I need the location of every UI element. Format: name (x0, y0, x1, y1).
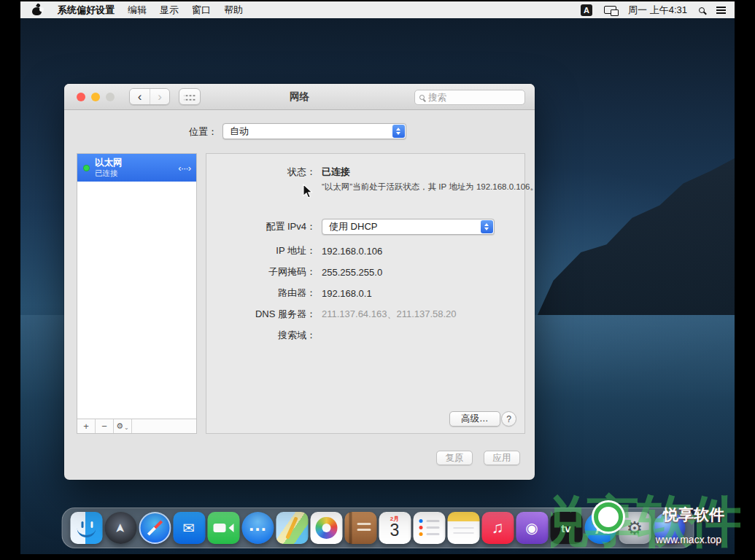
detail-panel: 状态： 已连接 “以太网”当前处于活跃状态，其 IP 地址为 192.168.0… (206, 153, 525, 434)
service-action-button[interactable]: ⚙ ⌄ (114, 419, 132, 433)
stepper-icon (392, 125, 405, 138)
music-glyph: ♫ (492, 520, 504, 536)
calendar-day: 3 (379, 521, 411, 540)
show-all-button[interactable] (179, 88, 201, 105)
dock-appstore-icon[interactable]: A (584, 512, 616, 544)
ip-address-row: IP 地址： 192.168.0.106 (206, 243, 524, 259)
spotlight-search-icon[interactable] (699, 7, 705, 13)
dns-label: DNS 服务器： (206, 308, 316, 321)
menu-item-edit[interactable]: 编辑 (128, 4, 147, 17)
router-label: 路由器： (206, 287, 316, 300)
dock-photos-icon[interactable] (310, 512, 342, 544)
location-dropdown[interactable]: 自动 (222, 123, 406, 139)
service-status: 已连接 (95, 168, 123, 178)
dock-prefs-icon[interactable]: ⚙ (619, 512, 651, 544)
close-button[interactable] (77, 93, 85, 101)
menu-item-system-preferences[interactable]: 系统偏好设置 (58, 4, 115, 17)
location-label: 位置： (152, 125, 217, 139)
minimize-button[interactable] (91, 93, 100, 101)
ip-address-label: IP 地址： (206, 244, 316, 257)
frame-right (735, 0, 755, 560)
chevron-down-icon: ⌄ (124, 424, 129, 431)
add-service-button[interactable]: + (77, 419, 96, 433)
help-button[interactable]: ? (501, 411, 516, 427)
dock-facetime-icon[interactable] (207, 512, 239, 544)
gear-icon: ⚙ (116, 421, 123, 431)
ipv4-config-value: 使用 DHCP (329, 220, 377, 233)
subnet-mask-label: 子网掩码： (206, 265, 316, 279)
podcasts-glyph: ◉ (525, 521, 538, 535)
search-domain-row: 搜索域： (206, 327, 524, 343)
search-domain-label: 搜索域： (206, 329, 316, 342)
dock-mail-icon[interactable]: ✉ (173, 512, 205, 544)
menu-item-help[interactable]: 帮助 (224, 4, 243, 17)
dock-siri-icon[interactable] (653, 512, 685, 544)
search-icon (419, 95, 425, 100)
status-description: “以太网”当前处于活跃状态，其 IP 地址为 192.168.0.106。 (322, 181, 541, 192)
dock-calendar-icon[interactable]: 2月3 (379, 512, 411, 544)
dock-notes-icon[interactable] (447, 512, 479, 544)
prefs-glyph: ⚙ (627, 519, 643, 537)
appstore-glyph: A (595, 521, 605, 536)
menu-item-view[interactable]: 显示 (160, 4, 179, 17)
back-button[interactable]: ‹ (130, 89, 150, 104)
tv-glyph: tv (561, 523, 570, 534)
dock-reminders-icon[interactable] (413, 512, 445, 544)
location-value: 自动 (230, 125, 249, 138)
window-titlebar[interactable]: ‹ › (64, 84, 535, 110)
ipv4-config-dropdown[interactable]: 使用 DHCP (322, 219, 495, 235)
wallpaper-island (538, 158, 735, 315)
dns-row: DNS 服务器： 211.137.64.163、211.137.58.20 (206, 306, 524, 322)
menu-clock[interactable]: 周一 上午4:31 (628, 4, 687, 17)
toolbar-search-field[interactable] (414, 90, 525, 105)
subnet-mask-value: 255.255.255.0 (322, 267, 382, 278)
display-mirroring-icon[interactable] (604, 6, 616, 14)
stepper-icon (481, 220, 493, 233)
desktop: 系统偏好设置 编辑 显示 窗口 帮助 A 周一 上午4:31 ‹ › (0, 0, 755, 560)
dock-tv-icon[interactable]: tv (550, 512, 582, 544)
status-label: 状态： (206, 166, 316, 179)
remove-service-button[interactable]: − (96, 419, 114, 433)
apply-button[interactable]: 应用 (484, 451, 520, 465)
mail-glyph: ✉ (183, 521, 195, 535)
input-source-icon[interactable]: A (581, 4, 592, 16)
dock-messages-icon[interactable]: … (241, 512, 274, 544)
ipv4-config-label: 配置 IPv4： (206, 220, 316, 233)
nav-segment: ‹ › (129, 88, 170, 105)
dock: ➤✉…2月3♫◉tvA⚙ (61, 508, 694, 548)
router-value: 192.168.0.1 (322, 288, 372, 299)
menu-bar: 系统偏好设置 编辑 显示 窗口 帮助 A 周一 上午4:31 (20, 1, 735, 18)
status-value: 已连接 (322, 166, 350, 179)
dock-maps-icon[interactable] (276, 512, 308, 544)
subnet-mask-row: 子网掩码： 255.255.255.0 (206, 264, 524, 280)
dock-launchpad-icon[interactable]: ➤ (104, 512, 136, 544)
network-preferences-window: ‹ › 网络 位置： 自动 以太网 已连接 ‹···› (64, 84, 535, 480)
frame-bottom (0, 554, 755, 560)
dock-finder-icon[interactable] (70, 512, 102, 544)
search-input[interactable] (428, 93, 520, 103)
router-row: 路由器： 192.168.0.1 (206, 285, 524, 301)
dns-value: 211.137.64.163、211.137.58.20 (322, 308, 457, 321)
dock-podcasts-icon[interactable]: ◉ (516, 512, 548, 544)
frame-left (0, 0, 20, 560)
notification-center-icon[interactable] (716, 7, 726, 8)
messages-glyph: … (248, 515, 267, 534)
menu-item-window[interactable]: 窗口 (192, 4, 211, 17)
revert-button[interactable]: 复原 (436, 451, 473, 465)
service-name: 以太网 (95, 158, 123, 169)
dock-contacts-icon[interactable] (344, 512, 376, 544)
sidebar-item-ethernet[interactable]: 以太网 已连接 ‹···› (77, 154, 196, 182)
services-sidebar: 以太网 已连接 ‹···› + − ⚙ ⌄ (77, 153, 197, 434)
status-dot-icon (83, 165, 90, 171)
dock-music-icon[interactable]: ♫ (481, 512, 514, 544)
ethernet-icon: ‹···› (178, 163, 190, 174)
launchpad-glyph: ➤ (115, 523, 127, 533)
sidebar-toolbar: + − ⚙ ⌄ (77, 419, 196, 433)
ip-address-value: 192.168.0.106 (322, 246, 382, 257)
advanced-button[interactable]: 高级… (449, 411, 500, 427)
apple-menu-icon[interactable] (32, 4, 42, 15)
grid-icon (184, 93, 195, 101)
zoom-button[interactable] (106, 93, 115, 101)
dock-safari-icon[interactable] (139, 512, 171, 544)
forward-button[interactable]: › (150, 89, 169, 104)
